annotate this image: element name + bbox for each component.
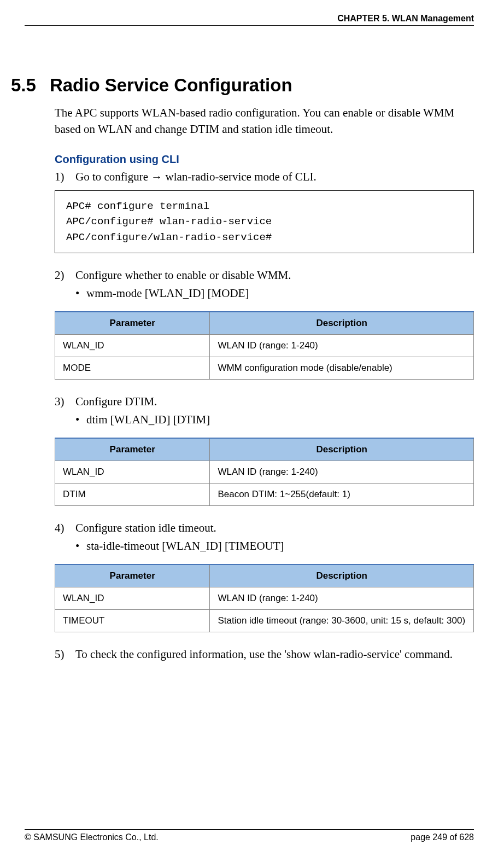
parameter-table-dtim: Parameter Description WLAN_ID WLAN ID (r…	[55, 438, 474, 506]
step-3: 3) Configure DTIM.	[55, 395, 474, 409]
table-row: TIMEOUT Station idle timeout (range: 30-…	[55, 610, 474, 632]
cell-param: WLAN_ID	[55, 587, 210, 610]
col-parameter: Parameter	[55, 438, 210, 461]
step-text: Configure station idle timeout.	[75, 521, 216, 535]
cell-desc: WMM configuration mode (disable/enable)	[210, 357, 474, 380]
cell-param: WLAN_ID	[55, 335, 210, 357]
col-description: Description	[210, 564, 474, 587]
col-parameter: Parameter	[55, 564, 210, 587]
bullet-text: dtim [WLAN_ID] [DTIM]	[86, 413, 210, 427]
cell-desc: Beacon DTIM: 1~255(default: 1)	[210, 484, 474, 506]
col-description: Description	[210, 312, 474, 335]
cell-desc: WLAN ID (range: 1-240)	[210, 587, 474, 610]
step-number: 1)	[55, 170, 75, 184]
table-row: WLAN_ID WLAN ID (range: 1-240)	[55, 335, 474, 357]
subsection-heading: Configuration using CLI	[55, 153, 474, 166]
bullet-icon: •	[75, 539, 86, 553]
section-heading: 5.5Radio Service Configuration	[11, 75, 474, 96]
page-header: CHAPTER 5. WLAN Management	[25, 14, 474, 26]
bullet-text: sta-idle-timeout [WLAN_ID] [TIMEOUT]	[86, 539, 284, 553]
table-header-row: Parameter Description	[55, 312, 474, 335]
step-number: 3)	[55, 395, 75, 409]
step-2: 2) Configure whether to enable or disabl…	[55, 269, 474, 282]
bullet-icon: •	[75, 413, 86, 427]
cell-param: MODE	[55, 357, 210, 380]
col-parameter: Parameter	[55, 312, 210, 335]
cell-param: WLAN_ID	[55, 461, 210, 484]
step-text: Configure DTIM.	[75, 395, 157, 409]
step-number: 4)	[55, 521, 75, 535]
step-1: 1) Go to configure → wlan-radio-service …	[55, 170, 474, 184]
section-number: 5.5	[11, 75, 36, 96]
parameter-table-wmm: Parameter Description WLAN_ID WLAN ID (r…	[55, 311, 474, 380]
step-3-bullet: • dtim [WLAN_ID] [DTIM]	[75, 413, 474, 427]
cell-desc: WLAN ID (range: 1-240)	[210, 461, 474, 484]
table-row: DTIM Beacon DTIM: 1~255(default: 1)	[55, 484, 474, 506]
step-4: 4) Configure station idle timeout.	[55, 521, 474, 535]
step-text: Configure whether to enable or disable W…	[75, 269, 291, 282]
bullet-icon: •	[75, 287, 86, 300]
table-row: WLAN_ID WLAN ID (range: 1-240)	[55, 587, 474, 610]
step-5: 5) To check the configured information, …	[55, 648, 474, 661]
cell-param: TIMEOUT	[55, 610, 210, 632]
bullet-text: wmm-mode [WLAN_ID] [MODE]	[86, 287, 249, 300]
col-description: Description	[210, 438, 474, 461]
table-row: MODE WMM configuration mode (disable/ena…	[55, 357, 474, 380]
cell-desc: WLAN ID (range: 1-240)	[210, 335, 474, 357]
footer-copyright: © SAMSUNG Electronics Co., Ltd.	[25, 832, 159, 842]
step-2-bullet: • wmm-mode [WLAN_ID] [MODE]	[75, 287, 474, 300]
cell-desc: Station idle timeout (range: 30-3600, un…	[210, 610, 474, 632]
footer-page-number: page 249 of 628	[411, 832, 474, 842]
section-title-text: Radio Service Configuration	[50, 75, 292, 95]
step-4-bullet: • sta-idle-timeout [WLAN_ID] [TIMEOUT]	[75, 539, 474, 553]
cell-param: DTIM	[55, 484, 210, 506]
step-number: 2)	[55, 269, 75, 282]
table-row: WLAN_ID WLAN ID (range: 1-240)	[55, 461, 474, 484]
step-text: To check the configured information, use…	[75, 648, 453, 661]
table-header-row: Parameter Description	[55, 438, 474, 461]
step-number: 5)	[55, 648, 75, 661]
section-intro: The APC supports WLAN-based radio config…	[55, 104, 474, 138]
cli-code-block: APC# configure terminal APC/configure# w…	[55, 190, 474, 254]
step-text: Go to configure → wlan-radio-service mod…	[75, 170, 317, 184]
table-header-row: Parameter Description	[55, 564, 474, 587]
parameter-table-timeout: Parameter Description WLAN_ID WLAN ID (r…	[55, 564, 474, 632]
page-footer: © SAMSUNG Electronics Co., Ltd. page 249…	[25, 829, 474, 842]
